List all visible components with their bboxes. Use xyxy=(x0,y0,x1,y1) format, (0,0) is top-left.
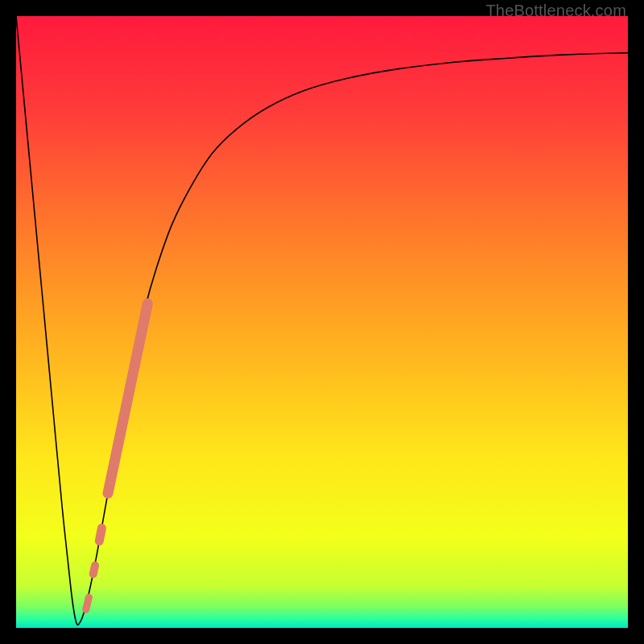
chart-frame: TheBottleneck.com xyxy=(0,0,644,644)
gradient-background xyxy=(16,16,628,628)
highlight-dot-3 xyxy=(86,597,89,609)
highlight-dot-2 xyxy=(93,565,95,574)
plot-svg xyxy=(16,16,628,628)
highlight-dot-1 xyxy=(99,528,101,541)
plot-area xyxy=(16,16,628,628)
watermark-text: TheBottleneck.com xyxy=(485,2,626,20)
